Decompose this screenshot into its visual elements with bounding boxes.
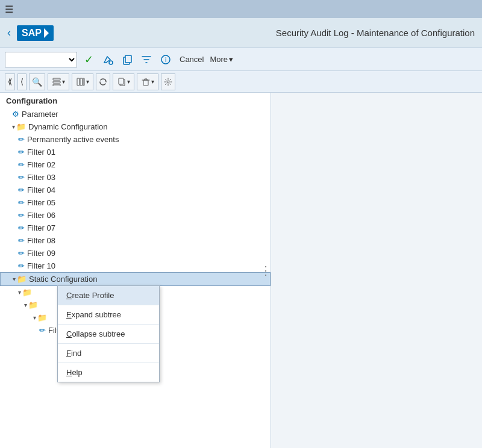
back-button[interactable]: ‹ — [7, 26, 11, 39]
toolbar-select[interactable] — [5, 52, 77, 67]
search-button[interactable]: 🔍 — [29, 73, 45, 90]
right-panel — [271, 93, 482, 448]
create-profile-underline: C — [66, 291, 72, 300]
static-sub3-expand-icon: ▾ — [33, 314, 36, 321]
filter03-label: Filter 03 — [27, 173, 55, 182]
filter06-label: Filter 06 — [27, 211, 55, 220]
drag-handle[interactable]: ⋮ — [260, 263, 271, 278]
filter05-icon: ✏ — [18, 198, 25, 207]
filter02-label: Filter 02 — [27, 160, 55, 169]
find-underline: F — [66, 349, 71, 358]
tree-item-filter02[interactable]: ✏ Filter 02 — [0, 158, 271, 171]
svg-point-13 — [167, 81, 169, 83]
refresh-button[interactable] — [96, 73, 110, 90]
filter02-icon: ✏ — [18, 160, 25, 169]
svg-rect-9 — [80, 78, 83, 86]
static-config-icon: 📁 — [17, 275, 27, 284]
tree-item-filter01[interactable]: ✏ Filter 01 — [0, 146, 271, 158]
perm-events-label: Permanently active events — [27, 135, 119, 144]
filter08-icon: ✏ — [18, 236, 25, 245]
filter-icon-button[interactable] — [139, 52, 154, 67]
check-button[interactable]: ✓ — [81, 52, 96, 67]
svg-text:i: i — [165, 57, 166, 63]
sap-logo: SAP — [17, 25, 54, 41]
tree-item-parameter[interactable]: ⚙ Parameter — [0, 108, 271, 120]
expand-subtree-underline: E — [66, 310, 72, 319]
tree-section-label: Configuration — [0, 93, 271, 108]
svg-rect-5 — [53, 78, 60, 80]
tree-item-static-config[interactable]: ▾ 📁 Static Configuration — [0, 272, 271, 286]
context-menu: Create Profile Expand subtree Collapse s… — [57, 285, 160, 382]
svg-rect-2 — [125, 55, 131, 63]
parameter-icon: ⚙ — [12, 110, 19, 119]
tree-item-filter07[interactable]: ✏ Filter 07 — [0, 222, 271, 234]
filter07-label: Filter 07 — [27, 223, 55, 232]
collapse-subtree-underline: C — [66, 329, 72, 338]
filter01-label: Filter 01 — [27, 148, 55, 157]
secondary-toolbar: ⟪ ⟨ 🔍 ▾ ▾ ▾ ▾ — [0, 71, 482, 93]
main-toolbar: ✓ i Cancel More ▾ — [0, 48, 482, 71]
layout-button[interactable]: ▾ — [48, 73, 69, 90]
filter08-label: Filter 08 — [27, 236, 55, 245]
context-menu-find[interactable]: Find — [58, 344, 159, 363]
tree-item-filter06[interactable]: ✏ Filter 06 — [0, 209, 271, 222]
sap-logo-triangle — [44, 28, 49, 38]
static-sub1-expand-icon: ▾ — [18, 289, 21, 296]
prev-page-button[interactable]: ⟨ — [17, 73, 27, 90]
filter04-label: Filter 04 — [27, 185, 55, 194]
filter-s1-icon: ✏ — [39, 326, 46, 335]
copy-icon-button[interactable] — [119, 52, 135, 67]
tree-item-filter05[interactable]: ✏ Filter 05 — [0, 196, 271, 209]
main-content: Configuration ⚙ Parameter ▾ 📁 Dynamic Co… — [0, 93, 482, 448]
tree-item-dynamic-config[interactable]: ▾ 📁 Dynamic Configuration — [0, 120, 271, 133]
context-menu-expand-subtree[interactable]: Expand subtree — [58, 305, 159, 325]
context-menu-collapse-subtree[interactable]: Collapse subtree — [58, 325, 159, 344]
more-button[interactable]: More ▾ — [210, 55, 233, 64]
static-sub1-icon: 📁 — [22, 288, 32, 297]
static-sub2-icon: 📁 — [28, 300, 38, 310]
tree-item-filter08[interactable]: ✏ Filter 08 — [0, 234, 271, 247]
svg-rect-12 — [143, 80, 148, 86]
static-sub2-expand-icon: ▾ — [24, 302, 27, 308]
filter05-label: Filter 05 — [27, 198, 55, 207]
filter07-icon: ✏ — [18, 223, 25, 232]
export-button[interactable]: ▾ — [113, 73, 134, 90]
tree-item-perm-events[interactable]: ✏ Permanently active events — [0, 133, 271, 146]
static-sub3-icon: 📁 — [37, 313, 47, 322]
parameter-label: Parameter — [22, 110, 58, 119]
svg-point-0 — [109, 61, 113, 64]
header: ‹ SAP Security Audit Log - Maintenance o… — [0, 18, 482, 48]
tree-panel: Configuration ⚙ Parameter ▾ 📁 Dynamic Co… — [0, 93, 271, 448]
filter03-icon: ✏ — [18, 173, 25, 182]
filter10-label: Filter 10 — [27, 261, 55, 270]
dynamic-config-icon: 📁 — [16, 122, 26, 131]
context-menu-help[interactable]: Help — [58, 363, 159, 382]
filter04-icon: ✏ — [18, 185, 25, 194]
tree-item-filter04[interactable]: ✏ Filter 04 — [0, 184, 271, 196]
hamburger-icon[interactable]: ☰ — [5, 4, 13, 15]
delete-button[interactable]: ▾ — [137, 73, 158, 90]
filter10-icon: ✏ — [18, 261, 25, 270]
page-title: Security Audit Log - Maintenance of Conf… — [276, 28, 475, 38]
svg-rect-7 — [53, 84, 60, 86]
filter01-icon: ✏ — [18, 148, 25, 157]
tree-item-filter09[interactable]: ✏ Filter 09 — [0, 247, 271, 260]
settings-button[interactable] — [161, 73, 175, 90]
tree-item-filter03[interactable]: ✏ Filter 03 — [0, 171, 271, 184]
first-page-button[interactable]: ⟪ — [5, 73, 15, 90]
paint-icon-button[interactable] — [100, 52, 116, 67]
top-bar: ☰ — [0, 0, 482, 18]
expand-icon: ▾ — [12, 123, 15, 130]
tree-item-filter10[interactable]: ✏ Filter 10 — [0, 260, 271, 272]
filter06-icon: ✏ — [18, 211, 25, 220]
context-menu-create-profile[interactable]: Create Profile — [58, 286, 159, 305]
svg-rect-8 — [77, 78, 80, 86]
svg-rect-11 — [119, 78, 124, 84]
perm-events-icon: ✏ — [18, 135, 25, 144]
filter09-icon: ✏ — [18, 249, 25, 258]
cancel-button[interactable]: Cancel — [177, 54, 206, 65]
static-config-label: Static Configuration — [29, 275, 97, 284]
info-icon-button[interactable]: i — [158, 52, 174, 67]
svg-rect-6 — [53, 81, 60, 83]
columns-button[interactable]: ▾ — [72, 73, 93, 90]
